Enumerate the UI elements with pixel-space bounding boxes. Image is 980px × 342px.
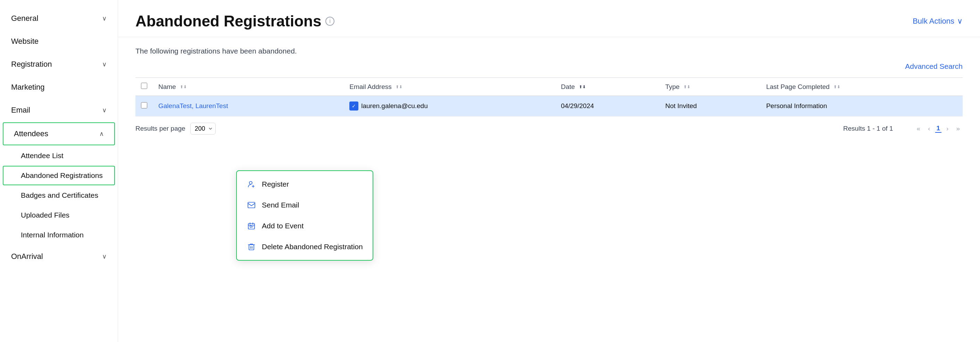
- page-header: Abandoned Registrations i Bulk Actions ∨: [118, 0, 980, 37]
- sidebar-sub-item-label: Attendee List: [21, 152, 64, 160]
- sort-icon-name: ⬆⬇: [180, 85, 187, 89]
- info-icon[interactable]: i: [325, 17, 334, 26]
- row-last-page-cell: Personal Information: [760, 96, 963, 117]
- pagination-current-page[interactable]: 1: [935, 125, 942, 133]
- email-verified-icon: ✓: [349, 101, 358, 110]
- sidebar-sub-item-label: Badges and Certificates: [21, 191, 98, 199]
- row-checkbox[interactable]: [141, 102, 147, 109]
- sort-icon-type: ⬆⬇: [683, 85, 690, 89]
- advanced-search-link[interactable]: Advanced Search: [905, 62, 963, 70]
- pagination-first[interactable]: «: [914, 123, 923, 134]
- select-all-checkbox[interactable]: [141, 83, 147, 89]
- pagination-controls: « ‹ 1 › »: [914, 123, 963, 134]
- sort-icon-last-page: ⬆⬇: [834, 85, 840, 89]
- sidebar-item-label: General: [11, 14, 38, 23]
- attendee-type: Not Invited: [665, 102, 697, 109]
- sidebar-item-label: Marketing: [11, 83, 45, 92]
- advanced-search-bar: Advanced Search: [118, 59, 980, 74]
- sidebar-item-internal-information[interactable]: Internal Information: [3, 225, 115, 245]
- svg-rect-1: [248, 202, 255, 208]
- chevron-down-icon: ∨: [102, 106, 107, 114]
- sidebar-item-attendees[interactable]: Attendees ∧: [3, 122, 115, 145]
- pagination-next[interactable]: ›: [943, 123, 951, 134]
- page-title: Abandoned Registrations: [135, 13, 321, 30]
- sidebar-item-email[interactable]: Email ∨: [0, 99, 118, 121]
- header-last-page[interactable]: Last Page Completed ⬆⬇: [760, 78, 963, 96]
- row-type-cell: Not Invited: [660, 96, 760, 117]
- chevron-down-icon: ∨: [102, 253, 107, 260]
- row-date-cell: 04/29/2024: [555, 96, 660, 117]
- title-area: Abandoned Registrations i: [135, 13, 334, 30]
- header-type[interactable]: Type ⬆⬇: [660, 78, 760, 96]
- attendee-email: lauren.galena@cu.edu: [361, 102, 428, 110]
- results-per-page: Results per page 200 50 100: [135, 123, 216, 134]
- sidebar-sub-item-label: Internal Information: [21, 231, 84, 239]
- row-checkbox-cell: [135, 96, 153, 117]
- bulk-actions-label: Bulk Actions: [913, 17, 954, 26]
- email-cell-content: ✓ lauren.galena@cu.edu: [349, 101, 550, 110]
- sidebar-item-marketing[interactable]: Marketing: [0, 76, 118, 99]
- table-header-row: Name ⬆⬇ Email Address ⬆⬇ Date ⬆⬇ Type ⬆⬇: [135, 78, 963, 96]
- sidebar-item-abandoned-registrations[interactable]: Abandoned Registrations: [3, 166, 115, 185]
- sidebar-item-label: Email: [11, 105, 30, 115]
- row-email-cell: ✓ lauren.galena@cu.edu: [344, 96, 555, 117]
- event-icon: [247, 221, 256, 231]
- registrations-table: Name ⬆⬇ Email Address ⬆⬇ Date ⬆⬇ Type ⬆⬇: [135, 78, 963, 117]
- chevron-down-icon: ∨: [957, 17, 963, 26]
- sidebar-item-website[interactable]: Website: [0, 30, 118, 53]
- bulk-actions-button[interactable]: Bulk Actions ∨: [913, 17, 963, 26]
- chevron-down-icon: ∨: [102, 61, 107, 68]
- sidebar-item-label: Website: [11, 37, 38, 46]
- svg-point-0: [249, 181, 252, 184]
- context-menu-send-email[interactable]: Send Email: [237, 195, 372, 216]
- results-per-page-label: Results per page: [135, 125, 185, 133]
- context-menu-register-label: Register: [262, 180, 289, 189]
- row-name-cell: GalenaTest, LaurenTest: [153, 96, 344, 117]
- subtitle-text: The following registrations have been ab…: [135, 47, 963, 55]
- chevron-down-icon: ∨: [102, 14, 107, 22]
- context-menu-send-email-label: Send Email: [262, 201, 299, 209]
- header-name[interactable]: Name ⬆⬇: [153, 78, 344, 96]
- svg-rect-4: [249, 245, 254, 250]
- sidebar-item-label: Attendees: [14, 129, 48, 138]
- email-icon: [247, 200, 256, 210]
- pagination-prev[interactable]: ‹: [925, 123, 933, 134]
- context-menu-delete[interactable]: Delete Abandoned Registration: [237, 237, 372, 257]
- svg-point-3: [250, 226, 252, 228]
- sidebar-item-uploaded-files[interactable]: Uploaded Files: [3, 205, 115, 225]
- context-menu: Register Send Email Add to Event: [236, 170, 373, 260]
- context-menu-register[interactable]: Register: [237, 174, 372, 195]
- sidebar-item-registration[interactable]: Registration ∨: [0, 53, 118, 76]
- sidebar-sub-item-label: Uploaded Files: [21, 211, 70, 219]
- pagination-last[interactable]: »: [953, 123, 963, 134]
- attendee-name-link[interactable]: GalenaTest, LaurenTest: [158, 102, 228, 109]
- sort-icon-email: ⬆⬇: [396, 85, 402, 89]
- per-page-select[interactable]: 200 50 100: [190, 123, 216, 134]
- attendee-last-page: Personal Information: [766, 102, 827, 109]
- context-menu-delete-label: Delete Abandoned Registration: [262, 243, 363, 251]
- sidebar: General ∨ Website Registration ∨ Marketi…: [0, 0, 118, 342]
- attendee-date: 04/29/2024: [561, 102, 594, 109]
- pagination-row: Results per page 200 50 100 Results 1 - …: [118, 117, 980, 141]
- sidebar-item-label: Registration: [11, 60, 52, 69]
- delete-icon: [247, 242, 256, 252]
- sidebar-sub-item-label: Abandoned Registrations: [21, 171, 103, 179]
- sidebar-item-label: OnArrival: [11, 252, 43, 261]
- chevron-up-icon: ∧: [99, 130, 104, 137]
- header-checkbox-cell: [135, 78, 153, 96]
- main-content: Abandoned Registrations i Bulk Actions ∨…: [118, 0, 980, 342]
- header-date[interactable]: Date ⬆⬇: [555, 78, 660, 96]
- register-icon: [247, 179, 256, 189]
- sidebar-item-general[interactable]: General ∨: [0, 7, 118, 30]
- table-wrapper: Name ⬆⬇ Email Address ⬆⬇ Date ⬆⬇ Type ⬆⬇: [118, 78, 980, 117]
- subtitle-bar: The following registrations have been ab…: [118, 37, 980, 59]
- results-info: Results 1 - 1 of 1: [843, 125, 893, 133]
- sidebar-item-badges-certificates[interactable]: Badges and Certificates: [3, 185, 115, 205]
- sort-icon-date: ⬆⬇: [579, 85, 586, 89]
- sidebar-item-onarrival[interactable]: OnArrival ∨: [0, 245, 118, 268]
- context-menu-add-to-event[interactable]: Add to Event: [237, 216, 372, 237]
- header-email[interactable]: Email Address ⬆⬇: [344, 78, 555, 96]
- table-row: GalenaTest, LaurenTest ✓ lauren.galena@c…: [135, 96, 963, 117]
- sidebar-item-attendee-list[interactable]: Attendee List: [3, 146, 115, 165]
- context-menu-add-to-event-label: Add to Event: [262, 222, 304, 230]
